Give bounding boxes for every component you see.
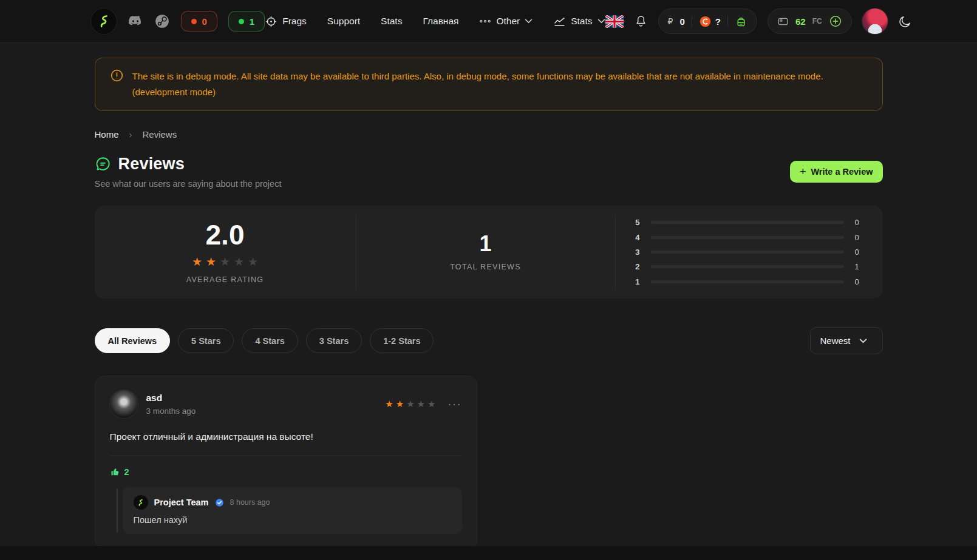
nav-link-glavnaya[interactable]: Главная <box>423 16 458 27</box>
total-reviews-value: 1 <box>479 233 491 255</box>
line-chart-icon <box>553 15 566 28</box>
chevron-down-icon <box>597 19 605 24</box>
rating-breakdown: 5 0 4 0 3 0 2 1 1 0 <box>616 215 883 289</box>
chevron-down-icon <box>859 339 867 343</box>
debug-banner-text: The site is in debug mode. All site data… <box>132 69 823 100</box>
rating-bar-row-1: 1 0 <box>631 274 865 289</box>
like-count: 2 <box>124 467 129 477</box>
plus-icon: + <box>800 166 806 177</box>
filter-3-stars[interactable]: 3 Stars <box>306 328 362 353</box>
crosshair-icon <box>265 15 277 28</box>
online-dot-icon <box>239 19 244 24</box>
top-navbar: 0 1 Frags Support <box>0 0 977 43</box>
total-reviews-block: 1 TOTAL REVIEWS <box>356 215 616 289</box>
rating-bar-track <box>651 236 844 239</box>
site-logo[interactable] <box>91 8 117 34</box>
page-title: Reviews <box>118 155 185 174</box>
total-reviews-label: TOTAL REVIEWS <box>450 263 521 271</box>
nav-link-support[interactable]: Support <box>327 16 360 27</box>
backpack-icon[interactable] <box>735 15 747 28</box>
reply-author: Project Team <box>154 498 209 507</box>
filter-1-2-stars[interactable]: 1-2 Stars <box>370 328 434 353</box>
offline-count: 0 <box>202 16 207 27</box>
help-question: ? <box>715 16 721 27</box>
average-rating-value: 2.0 <box>206 221 245 249</box>
language-flag-uk[interactable] <box>605 15 624 28</box>
review-card: asd 3 months ago ★★★★★ ··· Проект отличн… <box>95 376 477 549</box>
page-title-block: Reviews See what our users are saying ab… <box>95 155 282 189</box>
reviewer-name: asd <box>146 393 196 403</box>
reply-timestamp: 8 hours ago <box>230 498 270 507</box>
filter-4-stars[interactable]: 4 Stars <box>242 328 298 353</box>
sort-dropdown[interactable]: Newest <box>810 327 883 354</box>
project-team-logo <box>134 495 148 510</box>
rating-bar-track <box>651 280 844 283</box>
online-count: 1 <box>250 16 254 27</box>
online-status-badge[interactable]: 1 <box>228 11 265 32</box>
offline-dot-icon <box>191 19 197 24</box>
breadcrumb-separator-icon: › <box>129 129 132 140</box>
ruble-symbol: ₽ <box>668 16 673 26</box>
warning-icon <box>110 69 124 83</box>
reply-thread-line <box>117 488 118 533</box>
user-avatar[interactable] <box>862 8 888 34</box>
reply-text: Пошел нахуй <box>134 515 451 525</box>
rating-bar-track <box>651 265 844 268</box>
breadcrumb-home-link[interactable]: Home <box>95 129 119 140</box>
like-button[interactable]: 2 <box>110 467 462 477</box>
card-icon <box>777 16 789 27</box>
filter-all-reviews[interactable]: All Reviews <box>95 328 171 353</box>
average-rating-label: AVERAGE RATING <box>186 275 264 284</box>
rating-bar-track <box>651 251 844 254</box>
nav-link-stats[interactable]: Stats <box>381 16 402 27</box>
fc-balance-pill[interactable]: 62 FC <box>768 8 852 34</box>
breadcrumb-current: Reviews <box>143 129 177 140</box>
rating-bar-row-2: 2 1 <box>631 260 865 274</box>
dots-icon <box>479 18 491 24</box>
breadcrumb: Home › Reviews <box>95 129 883 140</box>
page-subtitle: See what our users are saying about the … <box>95 179 282 189</box>
review-filter-tabs: All Reviews 5 Stars 4 Stars 3 Stars 1-2 … <box>95 328 434 353</box>
average-rating-stars: ★★★★★ <box>192 256 258 268</box>
ruble-amount: 0 <box>679 16 684 27</box>
filter-5-stars[interactable]: 5 Stars <box>178 328 234 353</box>
fc-amount: 62 <box>795 16 806 27</box>
rating-bar-row-3: 3 0 <box>631 245 865 259</box>
rating-bar-track <box>651 221 844 224</box>
divider <box>110 456 462 456</box>
coin-icon <box>699 15 712 28</box>
rating-summary-card: 2.0 ★★★★★ AVERAGE RATING 1 TOTAL REVIEWS… <box>95 206 883 299</box>
nav-link-frags[interactable]: Frags <box>265 15 307 28</box>
rating-bar-row-5: 5 0 <box>631 215 865 230</box>
reviews-bubble-icon <box>95 156 111 172</box>
reviewer-avatar[interactable] <box>110 390 138 418</box>
add-funds-icon[interactable] <box>829 15 842 28</box>
theme-toggle-moon-icon[interactable] <box>898 15 912 29</box>
divider <box>692 16 692 27</box>
nav-dropdown-other[interactable]: Other <box>479 16 533 27</box>
review-text: Проект отличный и администрация на высот… <box>110 431 462 442</box>
chevron-down-icon <box>525 19 533 24</box>
steam-icon[interactable] <box>154 13 170 29</box>
discord-icon[interactable] <box>128 13 143 29</box>
review-stars: ★★★★★ <box>385 399 435 410</box>
debug-mode-banner: The site is in debug mode. All site data… <box>95 58 883 111</box>
logo-squiggle-icon <box>97 14 111 29</box>
official-reply: Project Team 8 hours ago Пошел нахуй <box>123 487 462 534</box>
write-review-button[interactable]: + Write a Review <box>790 161 883 183</box>
nav-dropdown-stats[interactable]: Stats <box>553 15 605 28</box>
divider <box>727 16 728 27</box>
review-timestamp: 3 months ago <box>146 407 196 416</box>
offline-status-badge[interactable]: 0 <box>181 11 217 32</box>
review-more-menu[interactable]: ··· <box>448 399 462 410</box>
footer-strip <box>0 546 977 560</box>
wallet-balance-pill[interactable]: ₽ 0 ? <box>658 8 757 34</box>
verified-badge-icon <box>215 498 224 507</box>
rating-bar-row-4: 4 0 <box>631 230 865 245</box>
average-rating-block: 2.0 ★★★★★ AVERAGE RATING <box>95 221 356 284</box>
thumbs-up-icon <box>110 467 120 477</box>
fc-currency: FC <box>812 17 822 25</box>
notifications-bell-icon[interactable] <box>634 15 648 29</box>
